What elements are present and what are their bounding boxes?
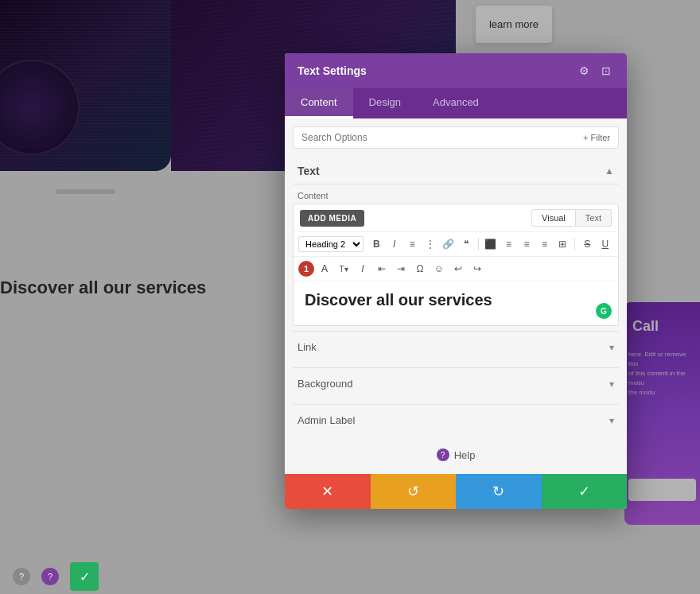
special-char-button[interactable]: Ω xyxy=(411,260,429,278)
tab-design[interactable]: Design xyxy=(353,88,417,118)
tab-content[interactable]: Content xyxy=(285,88,353,118)
align-right-button[interactable]: ≡ xyxy=(519,235,535,253)
bottom-check-button[interactable]: ✓ xyxy=(70,562,99,591)
add-media-button[interactable]: ADD MEDIA xyxy=(300,210,364,227)
undo-footer-button[interactable]: ↺ xyxy=(371,474,457,509)
admin-label-section-title: Admin Label xyxy=(298,414,355,426)
background-section-header[interactable]: Background ▾ xyxy=(293,368,619,399)
align-justify-button[interactable]: ≡ xyxy=(536,235,552,253)
grammarly-icon: G xyxy=(596,303,612,319)
visual-tab[interactable]: Visual xyxy=(531,209,576,227)
link-chevron-icon[interactable]: ▾ xyxy=(609,342,614,353)
modal-footer: ✕ ↺ ↻ ✓ xyxy=(285,474,627,509)
underline-button[interactable]: U xyxy=(597,235,613,253)
bottom-toolbar: ? ? ✓ xyxy=(0,559,171,594)
code-button[interactable]: I xyxy=(354,260,371,278)
admin-label-section: Admin Label ▾ xyxy=(293,404,619,436)
unordered-list-button[interactable]: ≡ xyxy=(404,235,420,253)
strikethrough-button[interactable]: S xyxy=(579,235,595,253)
blockquote-button[interactable]: ❝ xyxy=(457,235,473,253)
editor-content[interactable]: Discover all our services G xyxy=(294,281,618,325)
content-label: Content xyxy=(293,184,619,204)
modal-header-icons: ⚙ ⊡ xyxy=(576,63,614,79)
italic-button[interactable]: I xyxy=(386,235,402,253)
number-badge: 1 xyxy=(298,261,314,277)
text-color-button[interactable]: A xyxy=(316,260,333,278)
toolbar-separator-2 xyxy=(574,238,575,250)
circle-icon-2[interactable]: ? xyxy=(41,568,59,585)
indent-left-button[interactable]: ⇤ xyxy=(373,260,391,278)
link-section-title: Link xyxy=(298,341,317,353)
search-input[interactable] xyxy=(301,132,583,143)
help-row: ? Help xyxy=(293,436,619,474)
save-button[interactable]: ✓ xyxy=(542,474,628,509)
expand-icon[interactable]: ⊡ xyxy=(598,63,614,79)
text-section-title: Text xyxy=(298,165,320,177)
background-section-title: Background xyxy=(298,378,352,390)
redo-footer-button[interactable]: ↻ xyxy=(456,474,542,509)
editor-text: Discover all our services xyxy=(305,291,607,309)
cancel-button[interactable]: ✕ xyxy=(285,474,371,509)
background-section: Background ▾ xyxy=(293,367,619,399)
align-center-button[interactable]: ≡ xyxy=(500,235,516,253)
modal-tabs: Content Design Advanced xyxy=(285,88,627,118)
tab-advanced[interactable]: Advanced xyxy=(417,88,495,118)
format-toolbar-1: Heading 2 Heading 1 Heading 3 Paragraph … xyxy=(294,232,618,257)
filter-button[interactable]: + Filter xyxy=(583,133,610,142)
text-settings-modal: Text Settings ⚙ ⊡ Content Design Advance… xyxy=(285,53,627,509)
text-section-header: Text ▲ xyxy=(293,157,619,184)
admin-label-chevron-icon[interactable]: ▾ xyxy=(609,415,614,426)
modal-header: Text Settings ⚙ ⊡ xyxy=(285,53,627,88)
background-chevron-icon[interactable]: ▾ xyxy=(609,379,614,390)
modal-title: Text Settings xyxy=(298,64,367,77)
link-button[interactable]: 🔗 xyxy=(440,235,456,253)
chevron-up-icon[interactable]: ▲ xyxy=(605,165,614,177)
font-size-button[interactable]: T▾ xyxy=(335,260,352,278)
visual-text-toggle: Visual Text xyxy=(531,209,612,227)
search-bar: + Filter xyxy=(293,126,619,149)
admin-label-section-header[interactable]: Admin Label ▾ xyxy=(293,405,619,436)
align-left-button[interactable]: ⬛ xyxy=(483,235,499,253)
circle-icon-1[interactable]: ? xyxy=(13,568,30,585)
heading-select[interactable]: Heading 2 Heading 1 Heading 3 Paragraph xyxy=(298,236,364,252)
settings-icon[interactable]: ⚙ xyxy=(576,63,592,79)
help-text: Help xyxy=(454,449,476,461)
editor-toolbar-area: ADD MEDIA Visual Text Heading 2 Heading … xyxy=(293,204,619,326)
help-icon[interactable]: ? xyxy=(437,448,449,461)
add-media-row: ADD MEDIA Visual Text xyxy=(294,204,618,232)
link-section-header[interactable]: Link ▾ xyxy=(293,332,619,363)
ordered-list-button[interactable]: ⋮ xyxy=(422,235,438,253)
indent-right-button[interactable]: ⇥ xyxy=(392,260,410,278)
format-toolbar-2: 1 A T▾ I ⇤ ⇥ Ω ☺ ↩ ↪ xyxy=(294,257,618,281)
link-section: Link ▾ xyxy=(293,331,619,363)
emoji-button[interactable]: ☺ xyxy=(430,260,448,278)
redo-button[interactable]: ↪ xyxy=(469,260,486,278)
table-button[interactable]: ⊞ xyxy=(554,235,570,253)
undo-button[interactable]: ↩ xyxy=(449,260,467,278)
bold-button[interactable]: B xyxy=(368,235,384,253)
modal-body: Text ▲ Content ADD MEDIA Visual Text Hea… xyxy=(285,157,627,474)
text-tab[interactable]: Text xyxy=(576,209,612,227)
toolbar-separator-1 xyxy=(478,238,479,250)
